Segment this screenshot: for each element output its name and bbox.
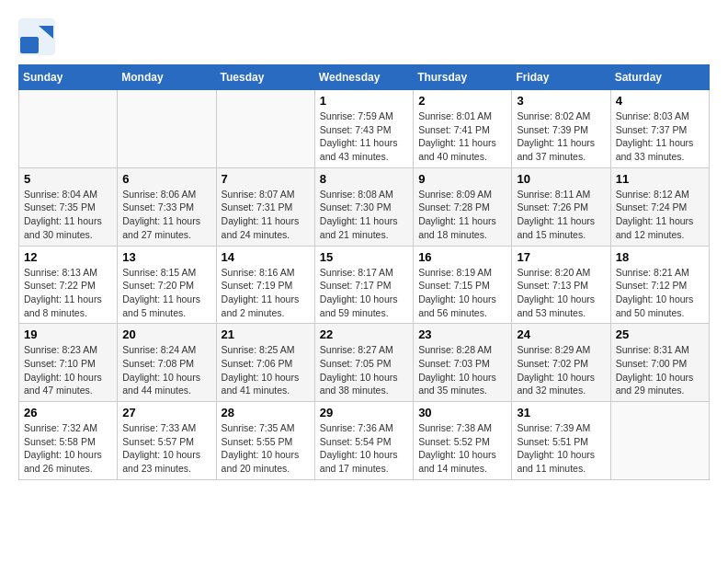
day-info: Sunrise: 8:04 AM Sunset: 7:35 PM Dayligh… <box>24 188 112 242</box>
day-cell: 20Sunrise: 8:24 AM Sunset: 7:08 PM Dayli… <box>118 324 216 402</box>
day-number: 25 <box>616 327 704 341</box>
day-number: 27 <box>122 406 210 419</box>
day-cell: 9Sunrise: 8:09 AM Sunset: 7:28 PM Daylig… <box>414 167 512 246</box>
day-cell: 22Sunrise: 8:27 AM Sunset: 7:05 PM Dayli… <box>314 324 413 402</box>
day-cell: 11Sunrise: 8:12 AM Sunset: 7:24 PM Dayli… <box>610 167 709 246</box>
week-row-0: 1Sunrise: 7:59 AM Sunset: 7:43 PM Daylig… <box>19 90 710 168</box>
day-info: Sunrise: 8:09 AM Sunset: 7:28 PM Dayligh… <box>418 188 506 242</box>
day-number: 21 <box>222 327 310 341</box>
day-number: 6 <box>122 172 210 186</box>
day-cell: 18Sunrise: 8:21 AM Sunset: 7:12 PM Dayli… <box>610 246 709 324</box>
day-info: Sunrise: 8:20 AM Sunset: 7:13 PM Dayligh… <box>517 266 605 320</box>
day-cell: 14Sunrise: 8:16 AM Sunset: 7:19 PM Dayli… <box>216 246 314 324</box>
day-cell: 7Sunrise: 8:07 AM Sunset: 7:31 PM Daylig… <box>216 167 314 246</box>
week-row-1: 5Sunrise: 8:04 AM Sunset: 7:35 PM Daylig… <box>19 167 710 246</box>
day-info: Sunrise: 8:15 AM Sunset: 7:20 PM Dayligh… <box>122 266 210 320</box>
day-cell: 16Sunrise: 8:19 AM Sunset: 7:15 PM Dayli… <box>414 246 512 324</box>
day-cell: 12Sunrise: 8:13 AM Sunset: 7:22 PM Dayli… <box>19 246 118 324</box>
day-cell: 8Sunrise: 8:08 AM Sunset: 7:30 PM Daylig… <box>314 167 413 246</box>
day-cell: 25Sunrise: 8:31 AM Sunset: 7:00 PM Dayli… <box>610 324 709 402</box>
day-number: 30 <box>418 406 506 419</box>
day-cell: 29Sunrise: 7:36 AM Sunset: 5:54 PM Dayli… <box>314 402 413 480</box>
day-info: Sunrise: 7:59 AM Sunset: 7:43 PM Dayligh… <box>320 109 408 164</box>
day-cell <box>118 90 216 168</box>
calendar-body: 1Sunrise: 7:59 AM Sunset: 7:43 PM Daylig… <box>19 90 710 480</box>
day-info: Sunrise: 7:32 AM Sunset: 5:58 PM Dayligh… <box>24 421 112 476</box>
day-info: Sunrise: 8:28 AM Sunset: 7:03 PM Dayligh… <box>418 343 506 397</box>
day-info: Sunrise: 7:39 AM Sunset: 5:51 PM Dayligh… <box>517 421 605 476</box>
day-number: 4 <box>616 94 704 108</box>
day-info: Sunrise: 7:36 AM Sunset: 5:54 PM Dayligh… <box>320 421 408 476</box>
day-cell <box>216 90 314 168</box>
day-info: Sunrise: 8:06 AM Sunset: 7:33 PM Dayligh… <box>122 188 210 242</box>
header-cell-thursday: Thursday <box>414 65 512 90</box>
logo-icon <box>18 18 55 55</box>
day-cell: 10Sunrise: 8:11 AM Sunset: 7:26 PM Dayli… <box>512 167 610 246</box>
day-cell: 15Sunrise: 8:17 AM Sunset: 7:17 PM Dayli… <box>314 246 413 324</box>
week-row-4: 26Sunrise: 7:32 AM Sunset: 5:58 PM Dayli… <box>19 402 710 480</box>
day-number: 9 <box>418 172 506 186</box>
day-cell: 6Sunrise: 8:06 AM Sunset: 7:33 PM Daylig… <box>118 167 216 246</box>
day-number: 26 <box>24 406 112 419</box>
day-number: 28 <box>222 406 310 419</box>
day-info: Sunrise: 8:31 AM Sunset: 7:00 PM Dayligh… <box>616 343 704 397</box>
day-number: 19 <box>24 327 112 341</box>
day-number: 7 <box>222 172 310 186</box>
day-info: Sunrise: 8:08 AM Sunset: 7:30 PM Dayligh… <box>320 188 408 242</box>
day-info: Sunrise: 8:07 AM Sunset: 7:31 PM Dayligh… <box>222 188 310 242</box>
day-cell <box>19 90 118 168</box>
calendar-header: SundayMondayTuesdayWednesdayThursdayFrid… <box>19 65 710 90</box>
day-info: Sunrise: 8:21 AM Sunset: 7:12 PM Dayligh… <box>616 266 704 320</box>
header-cell-tuesday: Tuesday <box>216 65 314 90</box>
header-cell-sunday: Sunday <box>19 65 118 90</box>
day-number: 5 <box>24 172 112 186</box>
day-number: 17 <box>517 250 605 264</box>
day-number: 23 <box>418 327 506 341</box>
day-cell: 26Sunrise: 7:32 AM Sunset: 5:58 PM Dayli… <box>19 402 118 480</box>
page-header <box>18 18 710 55</box>
day-number: 18 <box>616 250 704 264</box>
day-cell <box>610 402 709 480</box>
day-number: 22 <box>320 327 408 341</box>
day-cell: 5Sunrise: 8:04 AM Sunset: 7:35 PM Daylig… <box>19 167 118 246</box>
day-cell: 13Sunrise: 8:15 AM Sunset: 7:20 PM Dayli… <box>118 246 216 324</box>
day-number: 3 <box>517 94 605 108</box>
day-cell: 28Sunrise: 7:35 AM Sunset: 5:55 PM Dayli… <box>216 402 314 480</box>
day-number: 29 <box>320 406 408 419</box>
day-info: Sunrise: 8:01 AM Sunset: 7:41 PM Dayligh… <box>418 109 506 164</box>
day-info: Sunrise: 8:12 AM Sunset: 7:24 PM Dayligh… <box>616 188 704 242</box>
day-number: 14 <box>222 250 310 264</box>
day-info: Sunrise: 8:23 AM Sunset: 7:10 PM Dayligh… <box>24 343 112 397</box>
day-number: 24 <box>517 327 605 341</box>
day-number: 16 <box>418 250 506 264</box>
day-cell: 31Sunrise: 7:39 AM Sunset: 5:51 PM Dayli… <box>512 402 610 480</box>
day-info: Sunrise: 8:27 AM Sunset: 7:05 PM Dayligh… <box>320 343 408 397</box>
header-cell-saturday: Saturday <box>610 65 709 90</box>
day-cell: 19Sunrise: 8:23 AM Sunset: 7:10 PM Dayli… <box>19 324 118 402</box>
logo <box>18 18 60 55</box>
day-number: 2 <box>418 94 506 108</box>
day-info: Sunrise: 8:02 AM Sunset: 7:39 PM Dayligh… <box>517 109 605 164</box>
day-number: 15 <box>320 250 408 264</box>
day-cell: 27Sunrise: 7:33 AM Sunset: 5:57 PM Dayli… <box>118 402 216 480</box>
day-info: Sunrise: 7:35 AM Sunset: 5:55 PM Dayligh… <box>222 421 310 476</box>
day-number: 31 <box>517 406 605 419</box>
header-cell-friday: Friday <box>512 65 610 90</box>
day-info: Sunrise: 7:33 AM Sunset: 5:57 PM Dayligh… <box>122 421 210 476</box>
day-info: Sunrise: 8:25 AM Sunset: 7:06 PM Dayligh… <box>222 343 310 397</box>
day-cell: 17Sunrise: 8:20 AM Sunset: 7:13 PM Dayli… <box>512 246 610 324</box>
day-number: 1 <box>320 94 408 108</box>
header-cell-monday: Monday <box>118 65 216 90</box>
day-number: 12 <box>24 250 112 264</box>
day-info: Sunrise: 8:16 AM Sunset: 7:19 PM Dayligh… <box>222 266 310 320</box>
svg-rect-2 <box>20 37 39 53</box>
day-number: 13 <box>122 250 210 264</box>
day-cell: 4Sunrise: 8:03 AM Sunset: 7:37 PM Daylig… <box>610 90 709 168</box>
day-cell: 21Sunrise: 8:25 AM Sunset: 7:06 PM Dayli… <box>216 324 314 402</box>
header-cell-wednesday: Wednesday <box>314 65 413 90</box>
day-cell: 30Sunrise: 7:38 AM Sunset: 5:52 PM Dayli… <box>414 402 512 480</box>
day-number: 20 <box>122 327 210 341</box>
header-row: SundayMondayTuesdayWednesdayThursdayFrid… <box>19 65 710 90</box>
day-number: 10 <box>517 172 605 186</box>
day-info: Sunrise: 7:38 AM Sunset: 5:52 PM Dayligh… <box>418 421 506 476</box>
